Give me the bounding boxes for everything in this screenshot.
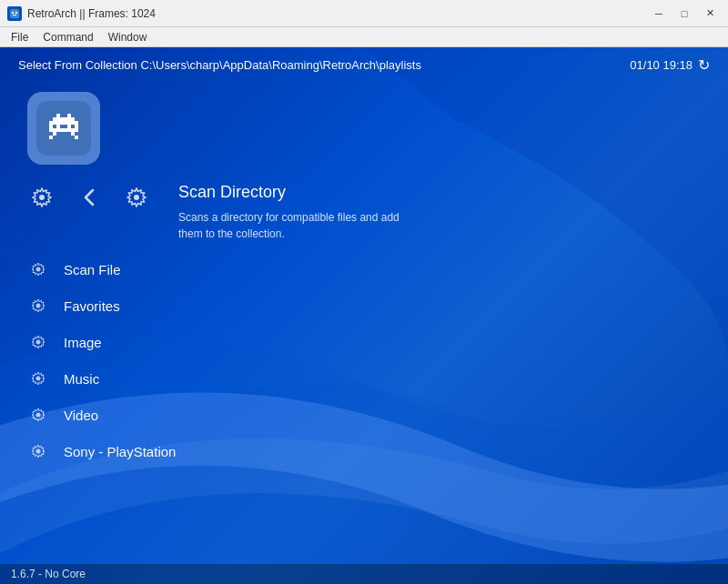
svg-rect-7: [53, 117, 56, 121]
back-icon[interactable]: [75, 183, 104, 212]
gear-svg-video: [31, 408, 46, 422]
app-logo: [27, 92, 100, 165]
gear-svg-sony: [31, 444, 46, 458]
svg-rect-3: [13, 15, 16, 15]
image-label: Image: [64, 335, 102, 350]
image-gear-icon: [27, 331, 49, 353]
logo-area: [0, 83, 728, 183]
sony-gear-icon: [27, 440, 49, 462]
music-label: Music: [64, 371, 99, 387]
svg-rect-8: [56, 117, 71, 121]
menu-bar: File Command Window: [0, 27, 728, 47]
menu-file[interactable]: File: [4, 29, 35, 45]
sony-playstation-label: Sony - PlayStation: [64, 444, 176, 459]
gear-left-svg: [32, 187, 52, 207]
feature-item: Scan Directory Scans a directory for com…: [160, 183, 701, 242]
svg-rect-18: [49, 136, 53, 139]
window-controls: ─ □ ✕: [648, 5, 721, 22]
menu-list: Scan File Favorites Image: [0, 242, 728, 478]
gear-right-svg: [126, 187, 147, 207]
list-item-music[interactable]: Music: [27, 360, 701, 397]
feature-title: Scan Directory: [178, 183, 701, 202]
music-gear-icon: [27, 368, 49, 389]
refresh-icon[interactable]: ↻: [698, 56, 710, 74]
svg-point-22: [36, 267, 41, 272]
svg-point-21: [134, 195, 139, 200]
nav-icon-row: [27, 183, 151, 212]
menu-window[interactable]: Window: [101, 29, 155, 45]
svg-point-26: [36, 413, 41, 418]
svg-point-27: [36, 449, 41, 454]
list-item-scan-file[interactable]: Scan File: [27, 251, 701, 287]
retroarch-logo-svg: [36, 101, 91, 156]
scan-file-gear-icon: [27, 258, 49, 280]
collection-path: Select From Collection C:\Users\charp\Ap…: [18, 58, 421, 72]
app-icon: [7, 6, 22, 21]
svg-rect-10: [49, 121, 78, 125]
app-content: Select From Collection C:\Users\charp\Ap…: [0, 47, 728, 584]
back-arrow-svg: [82, 187, 96, 207]
svg-point-23: [36, 304, 41, 308]
svg-rect-19: [75, 136, 78, 139]
svg-rect-2: [15, 12, 17, 14]
svg-rect-15: [49, 128, 78, 132]
svg-rect-1: [12, 12, 14, 14]
svg-rect-16: [53, 132, 56, 136]
svg-point-20: [39, 195, 45, 200]
main-panel: Scan Directory Scans a directory for com…: [0, 183, 728, 242]
left-nav: [27, 183, 160, 242]
gear-svg-music: [31, 371, 46, 386]
close-button[interactable]: ✕: [699, 5, 721, 22]
gear-svg-scan-file: [31, 262, 46, 277]
svg-rect-14: [75, 125, 78, 128]
status-bar: 1.6.7 - No Core: [0, 564, 728, 584]
menu-command[interactable]: Command: [35, 29, 100, 45]
minimize-button[interactable]: ─: [648, 5, 670, 22]
svg-rect-9: [71, 117, 75, 121]
svg-point-24: [36, 340, 41, 345]
settings-left-icon[interactable]: [27, 183, 56, 212]
time-text: 01/10 19:18: [630, 58, 693, 72]
settings-right-icon[interactable]: [122, 183, 151, 212]
header-time: 01/10 19:18 ↻: [630, 56, 710, 74]
video-gear-icon: [27, 404, 49, 426]
list-item-video[interactable]: Video: [27, 397, 701, 433]
feature-description: Scans a directory for compatible files a…: [178, 209, 406, 242]
list-item-sony-playstation[interactable]: Sony - PlayStation: [27, 433, 701, 469]
svg-rect-11: [49, 125, 53, 128]
video-label: Video: [64, 408, 98, 423]
list-item-favorites[interactable]: Favorites: [27, 287, 701, 324]
favorites-gear-icon: [27, 295, 49, 317]
gear-svg-image: [31, 335, 46, 349]
svg-rect-0: [10, 9, 19, 18]
maximize-button[interactable]: □: [673, 5, 695, 22]
title-bar-left: RetroArch || Frames: 1024: [7, 6, 156, 21]
list-item-image[interactable]: Image: [27, 324, 701, 360]
svg-rect-6: [67, 114, 71, 117]
window-title: RetroArch || Frames: 1024: [27, 7, 156, 20]
svg-rect-13: [67, 125, 71, 128]
header-bar: Select From Collection C:\Users\charp\Ap…: [0, 47, 728, 83]
scan-file-label: Scan File: [64, 262, 121, 277]
svg-rect-17: [71, 132, 75, 136]
title-bar: RetroArch || Frames: 1024 ─ □ ✕: [0, 0, 728, 27]
svg-rect-12: [56, 125, 60, 128]
favorites-label: Favorites: [64, 298, 120, 314]
svg-point-25: [36, 377, 41, 381]
svg-rect-5: [56, 114, 60, 117]
gear-svg-favorites: [31, 298, 46, 313]
version-text: 1.6.7 - No Core: [11, 568, 86, 580]
